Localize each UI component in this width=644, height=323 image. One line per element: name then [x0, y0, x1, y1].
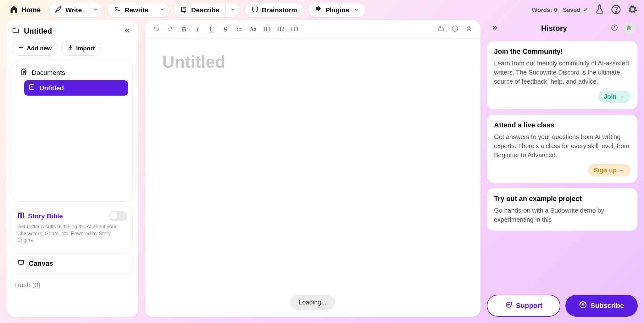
text-style-button[interactable]: Aa — [248, 25, 258, 34]
upgrade-icon — [579, 301, 587, 310]
help-button[interactable] — [611, 5, 621, 15]
tool-brainstorm: Brainstorm — [245, 3, 304, 17]
flask-icon — [595, 4, 605, 16]
tool-brainstorm-button[interactable]: Brainstorm — [245, 6, 303, 15]
h3-button[interactable]: H3 — [290, 25, 299, 34]
tool-describe-button[interactable]: Describe — [174, 6, 225, 15]
scroll-top-button[interactable] — [464, 25, 474, 34]
tool-write-dropdown[interactable] — [88, 3, 103, 17]
story-bible-title[interactable]: Story Bible — [28, 212, 106, 220]
book-icon — [17, 212, 25, 220]
strikethrough-button[interactable]: S — [221, 25, 230, 34]
chevron-down-icon — [230, 7, 235, 13]
saved-label: Saved — [563, 7, 580, 14]
describe-icon — [180, 6, 188, 15]
svg-rect-9 — [19, 260, 24, 264]
home-label: Home — [21, 6, 41, 14]
tool-describe: Describe — [174, 3, 240, 17]
svg-point-3 — [599, 4, 600, 5]
collapse-sidebar-button[interactable] — [122, 26, 133, 36]
loading-label: Loading... — [299, 299, 326, 306]
h1-button[interactable]: H1 — [262, 25, 272, 34]
chat-icon — [505, 301, 512, 310]
sidebar: Untitled Add new Import Documents Unti — [6, 20, 138, 317]
undo-button[interactable] — [152, 25, 161, 34]
tool-write-button[interactable]: Write — [48, 6, 88, 15]
sidebar-header: Untitled — [12, 26, 133, 36]
tool-write: Write — [48, 3, 103, 17]
italic-button[interactable]: i — [193, 25, 203, 34]
documents-folder[interactable]: Documents — [17, 65, 128, 80]
canvas-icon — [17, 259, 25, 268]
cta-label: Sign up — [594, 167, 617, 174]
card-title: Try out an example project — [494, 195, 630, 203]
settings-button[interactable] — [627, 5, 638, 15]
underline-button[interactable]: U — [207, 25, 216, 34]
add-new-button[interactable]: Add new — [12, 41, 58, 56]
history-button[interactable] — [450, 25, 460, 34]
bold-button[interactable]: B — [179, 25, 189, 34]
document-tree: Documents Untitled — [12, 60, 133, 202]
sidebar-actions: Add new Import — [12, 41, 133, 56]
card-cta-signup[interactable]: Sign up → — [588, 164, 630, 176]
list-button[interactable] — [235, 25, 244, 34]
svg-point-16 — [507, 304, 508, 305]
brainstorm-icon — [251, 6, 259, 15]
card-live-class: Attend a live class Get answers to your … — [487, 114, 638, 183]
favorites-button[interactable] — [623, 22, 635, 35]
tool-rewrite: Rewrite — [107, 3, 169, 17]
redo-button[interactable] — [165, 25, 175, 34]
canvas-label: Canvas — [29, 259, 53, 268]
tool-plugins-button[interactable]: Plugins — [308, 6, 365, 15]
redo-icon — [167, 25, 173, 33]
story-bible-toggle[interactable] — [109, 211, 127, 221]
editor-title-placeholder: Untitled — [162, 52, 463, 71]
canvas-button[interactable]: Canvas — [12, 253, 133, 274]
history-clock-button[interactable] — [608, 22, 621, 35]
editor-body[interactable]: Untitled — [145, 39, 480, 317]
labs-button[interactable] — [594, 5, 605, 15]
card-cta-join[interactable]: Join → — [598, 91, 630, 103]
subscribe-button[interactable]: Subscribe — [565, 295, 638, 317]
card-body: Learn from our friendly community of AI-… — [494, 59, 630, 86]
editor-toolbar: B i U S Aa H1 H2 H3 — [145, 20, 480, 39]
story-bible-card: Story Bible Get better results by tellin… — [12, 206, 133, 249]
status-group: Words: 0 Saved — [532, 5, 638, 15]
h2-button[interactable]: H2 — [276, 25, 286, 34]
svg-point-17 — [508, 304, 509, 305]
home-button[interactable]: Home — [6, 3, 44, 17]
card-community: Join the Community! Learn from our frien… — [487, 41, 638, 109]
card-title: Attend a live class — [494, 121, 630, 129]
document-item-label: Untitled — [39, 84, 64, 92]
trash-label: Trash (0) — [14, 281, 40, 288]
tool-describe-dropdown[interactable] — [225, 3, 240, 17]
svg-point-1 — [117, 7, 117, 8]
expand-panel-button[interactable] — [489, 23, 500, 34]
tool-rewrite-dropdown[interactable] — [155, 3, 169, 17]
project-title[interactable]: Untitled — [24, 27, 118, 36]
import-button[interactable]: Import — [61, 41, 101, 56]
subscribe-label: Subscribe — [591, 302, 624, 310]
trash-button[interactable]: Trash (0) — [12, 278, 133, 292]
clock-icon — [611, 24, 618, 33]
svg-point-0 — [115, 8, 116, 8]
ai-sparkle-button[interactable] — [436, 25, 446, 34]
chevron-double-right-icon — [491, 24, 498, 33]
check-icon — [582, 6, 589, 14]
help-icon — [611, 4, 621, 16]
svg-point-18 — [509, 304, 510, 305]
tool-rewrite-button[interactable]: Rewrite — [108, 6, 155, 15]
right-panel-header: History — [487, 20, 638, 36]
svg-point-10 — [237, 27, 238, 27]
card-example-project: Try out an example project Go hands-on w… — [487, 188, 638, 231]
arrow-right-icon: → — [619, 93, 625, 100]
cards-container: Join the Community! Learn from our frien… — [487, 41, 638, 290]
support-button[interactable]: Support — [487, 295, 560, 317]
document-item[interactable]: Untitled — [24, 80, 128, 96]
undo-icon — [153, 25, 159, 33]
download-icon — [67, 44, 74, 52]
clock-icon — [451, 25, 459, 34]
home-icon — [9, 5, 18, 15]
card-body: Get answers to your questions from AI wr… — [494, 132, 630, 160]
card-title: Join the Community! — [494, 47, 630, 56]
